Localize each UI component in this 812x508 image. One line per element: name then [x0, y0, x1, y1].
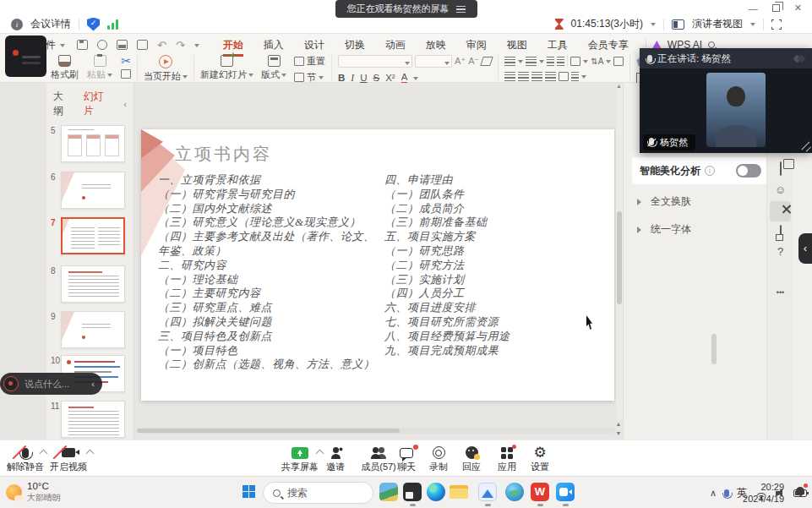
tab-member[interactable]: 会员专享: [578, 38, 639, 52]
tab-view[interactable]: 视图: [497, 38, 537, 52]
decrease-indent-icon[interactable]: [547, 57, 554, 66]
direction-dropdown-icon[interactable]: [583, 60, 588, 66]
tab-insert[interactable]: 插入: [253, 38, 294, 52]
font-color-dropdown-icon[interactable]: [413, 77, 418, 83]
spacing-dropdown-icon[interactable]: [606, 60, 611, 66]
close-button[interactable]: ✕: [794, 3, 802, 14]
tab-animation[interactable]: 动画: [375, 38, 416, 52]
weather-widget[interactable]: 10°C 大部晴朗: [6, 481, 61, 503]
tab-slideshow[interactable]: 放映: [416, 38, 456, 52]
meeting-details-button[interactable]: 会议详情: [30, 17, 71, 31]
taskbar-clock[interactable]: 20:29 2024/4/19: [743, 481, 784, 505]
slide-thumbnail[interactable]: 6: [48, 172, 133, 209]
clear-format-icon[interactable]: [481, 57, 494, 66]
taskbar-app-edge[interactable]: [427, 483, 445, 501]
unify-font-item[interactable]: 统一字体: [637, 222, 691, 237]
new-slide-button[interactable]: 新建幻灯片: [200, 55, 253, 84]
line-spacing-icon[interactable]: ⇅A: [591, 57, 603, 66]
italic-button[interactable]: I: [351, 73, 354, 83]
tab-transition[interactable]: 切换: [335, 38, 375, 52]
taskbar-app-taskview[interactable]: [403, 483, 422, 501]
print-icon[interactable]: [117, 40, 128, 50]
taskbar-app-meeting[interactable]: [556, 483, 575, 501]
banner-menu-icon[interactable]: [456, 6, 466, 13]
beautify-face-icon[interactable]: ☺: [773, 183, 787, 197]
justify-icon[interactable]: [545, 72, 556, 81]
taskbar-app-browser[interactable]: [505, 483, 524, 501]
resize-handle-icon[interactable]: [799, 143, 809, 151]
font-family-select[interactable]: [338, 55, 412, 68]
slide-thumbnail[interactable]: 9: [48, 311, 133, 348]
restore-button[interactable]: [772, 4, 780, 12]
start-button[interactable]: [243, 485, 255, 498]
mute-button[interactable]: 解除静音: [2, 445, 49, 473]
tray-expand-icon[interactable]: ∧: [710, 488, 717, 499]
help-icon[interactable]: ?: [773, 245, 787, 259]
slide-thumbnail[interactable]: 8: [48, 265, 133, 303]
settings-button[interactable]: ⚙ 设置: [516, 445, 564, 473]
para-spacing-icon[interactable]: [571, 72, 579, 81]
align-center-icon[interactable]: [518, 72, 529, 81]
cut-button[interactable]: ✂: [121, 55, 131, 81]
pane-collapse-tab[interactable]: ‹: [798, 233, 812, 264]
font-shrink-button[interactable]: A⁻: [468, 56, 479, 67]
slide-thumbnail-selected[interactable]: 7: [48, 217, 133, 254]
slide-thumbnail[interactable]: 5: [48, 125, 133, 162]
taskbar-app-image[interactable]: [478, 483, 497, 501]
view-dropdown-icon[interactable]: [750, 23, 755, 29]
scrollbar-thumb[interactable]: [617, 211, 622, 304]
notification-bell-icon[interactable]: [795, 487, 805, 496]
timer-dropdown-icon[interactable]: [651, 23, 656, 29]
undo-icon[interactable]: ↶: [157, 39, 166, 52]
bold-button[interactable]: B: [338, 73, 345, 83]
skin-shirt-icon[interactable]: [773, 265, 787, 279]
prev-slide-button[interactable]: ▲: [616, 421, 622, 427]
floating-overlay[interactable]: [5, 36, 46, 77]
taskbar-app-wps[interactable]: W: [531, 483, 549, 501]
network-signal-icon[interactable]: [107, 19, 118, 30]
skin-item[interactable]: 全文换肤: [637, 194, 691, 209]
reset-button[interactable]: 重置: [294, 55, 325, 68]
font-color-button[interactable]: A: [401, 72, 408, 84]
play-from-page-button[interactable]: 当页开始: [144, 55, 188, 83]
align-left-icon[interactable]: [504, 72, 515, 81]
frame-icon[interactable]: [773, 226, 787, 239]
next-slide-button[interactable]: ▼: [616, 430, 622, 436]
save-icon[interactable]: [77, 40, 88, 50]
share-doc-icon[interactable]: [137, 40, 148, 50]
camera-button[interactable]: 开启视频: [45, 445, 92, 473]
scroll-up-icon[interactable]: ▲: [616, 83, 622, 89]
align-right-icon[interactable]: [531, 72, 542, 81]
align-dropdown-icon[interactable]: [581, 75, 586, 81]
tab-slides[interactable]: 幻灯片: [84, 90, 114, 118]
tab-tools[interactable]: 工具: [537, 38, 578, 52]
minimize-button[interactable]: —: [749, 3, 758, 14]
increase-indent-icon[interactable]: [557, 57, 564, 66]
more-icon[interactable]: •••: [773, 286, 787, 299]
slides-copy-icon[interactable]: [773, 162, 787, 176]
taskbar-search[interactable]: 搜索: [263, 482, 373, 504]
columns-icon[interactable]: [559, 72, 569, 81]
layout-button[interactable]: 版式: [261, 55, 286, 84]
taskbar-app-photos[interactable]: [379, 483, 398, 501]
taskbar-app-explorer[interactable]: [450, 483, 468, 501]
slide-thumbnail[interactable]: 11: [48, 401, 133, 438]
superscript-button[interactable]: X²: [385, 73, 395, 83]
format-painter-button[interactable]: 格式刷: [51, 55, 79, 81]
font-size-select[interactable]: [415, 55, 452, 68]
tray-mic-icon[interactable]: [724, 489, 729, 497]
panel-collapse-icon[interactable]: ‹: [123, 99, 127, 109]
pane-scrollbar-thumb[interactable]: [711, 334, 717, 364]
text-direction-icon[interactable]: [570, 57, 580, 66]
number-dropdown-icon[interactable]: [539, 60, 544, 66]
view-mode-button[interactable]: 演讲者视图: [692, 17, 743, 31]
bullet-list-icon[interactable]: [504, 57, 515, 66]
tab-review[interactable]: 审阅: [456, 38, 497, 52]
font-grow-button[interactable]: A⁺: [455, 56, 466, 67]
canvas-horizontal-scrollbar[interactable]: [137, 428, 615, 434]
slide[interactable]: 立项书内容 一、立项背景和依据（一）研究背景与研究目的（二）国内外文献综述（三）…: [141, 129, 614, 401]
security-shield-icon[interactable]: [87, 18, 100, 31]
invite-button[interactable]: 邀请: [312, 445, 359, 473]
paste-button[interactable]: 粘贴: [87, 55, 112, 81]
bullet-dropdown-icon[interactable]: [518, 60, 523, 66]
